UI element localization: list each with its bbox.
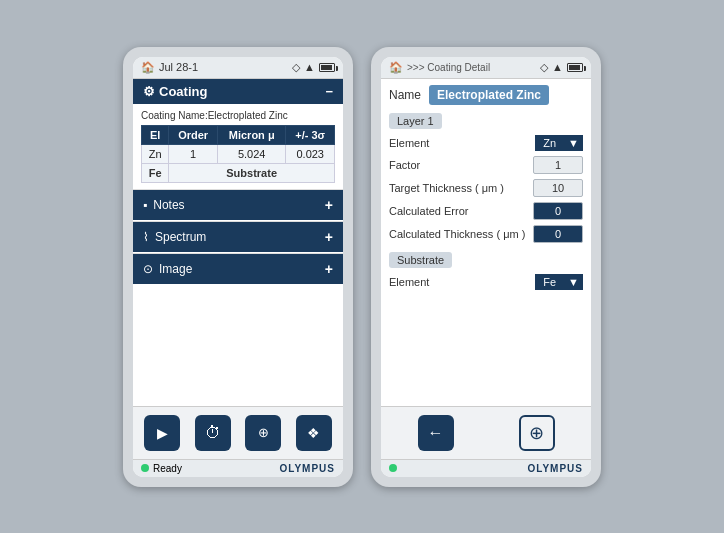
calc-thickness-value: 0: [533, 225, 583, 243]
left-device: 🏠 Jul 28-1 ◇ ▲ ⚙ Coating − Coatin: [123, 47, 353, 487]
notes-icon: ▪: [143, 198, 147, 212]
collapse-minus[interactable]: −: [325, 84, 333, 99]
calc-error-label: Calculated Error: [389, 205, 533, 217]
factor-label: Factor: [389, 159, 533, 171]
name-value[interactable]: Electroplated Zinc: [429, 85, 549, 105]
cell-micron-zn: 5.024: [217, 144, 286, 163]
element-value: Zn: [535, 135, 564, 151]
right-status-bar: OLYMPUS: [381, 459, 591, 477]
col-sigma: +/- 3σ: [286, 125, 335, 144]
image-label: Image: [159, 262, 192, 276]
target-thickness-label: Target Thickness ( μm ): [389, 182, 533, 194]
cell-substrate: Substrate: [169, 163, 335, 182]
substrate-element-label: Element: [389, 276, 535, 288]
spectrum-icon: ⌇: [143, 230, 149, 244]
left-status-bar: Ready OLYMPUS: [133, 459, 343, 477]
ready-label: Ready: [153, 463, 182, 474]
element-label: Element: [389, 137, 535, 149]
coating-table-area: Coating Name:Electroplated Zinc El Order…: [133, 104, 343, 189]
col-order: Order: [169, 125, 218, 144]
element-dropdown-arrow[interactable]: ▼: [564, 135, 583, 151]
back-button[interactable]: ←: [418, 415, 454, 451]
col-el: El: [142, 125, 169, 144]
calc-error-field-row: Calculated Error 0: [389, 202, 583, 220]
coating-section-header[interactable]: ⚙ Coating −: [133, 79, 343, 104]
target-thickness-field-row: Target Thickness ( μm ) 10: [389, 179, 583, 197]
notes-row[interactable]: ▪ Notes +: [133, 189, 343, 220]
right-screen: 🏠 >>> Coating Detail ◇ ▲ Name Electropla…: [381, 57, 591, 477]
search-button[interactable]: ⊕: [245, 415, 281, 451]
notes-label: Notes: [153, 198, 184, 212]
left-bottom-toolbar: ▶ ⏱ ⊕ ❖: [133, 406, 343, 459]
home-icon[interactable]: 🏠: [141, 61, 155, 74]
right-battery-icon: [567, 63, 583, 72]
right-top-bar: 🏠 >>> Coating Detail ◇ ▲: [381, 57, 591, 79]
coating-header-title: Coating: [159, 84, 207, 99]
coating-name-label: Coating Name:Electroplated Zinc: [141, 110, 335, 121]
olympus-brand-right: OLYMPUS: [527, 463, 583, 474]
calc-error-value: 0: [533, 202, 583, 220]
right-home-icon[interactable]: 🏠: [389, 61, 403, 74]
right-diamond-icon: ◇: [540, 61, 548, 74]
layer-label: Layer 1: [389, 113, 442, 129]
cell-el-zn: Zn: [142, 144, 169, 163]
play-button[interactable]: ▶: [144, 415, 180, 451]
spectrum-plus[interactable]: +: [325, 229, 333, 245]
left-top-icons: ◇ ▲: [292, 61, 335, 74]
name-field-label: Name: [389, 88, 421, 102]
calc-thickness-field-row: Calculated Thickness ( μm ) 0: [389, 225, 583, 243]
image-icon: ⊙: [143, 262, 153, 276]
table-header-row: El Order Micron μ +/- 3σ: [142, 125, 335, 144]
notes-plus[interactable]: +: [325, 197, 333, 213]
cell-order-1: 1: [169, 144, 218, 163]
left-top-bar: 🏠 Jul 28-1 ◇ ▲: [133, 57, 343, 79]
right-content: Name Electroplated Zinc Layer 1 Element …: [381, 79, 591, 406]
col-micron: Micron μ: [217, 125, 286, 144]
substrate-label: Substrate: [389, 252, 452, 268]
name-row: Name Electroplated Zinc: [389, 85, 583, 105]
substrate-dropdown-arrow[interactable]: ▼: [564, 274, 583, 290]
factor-value[interactable]: 1: [533, 156, 583, 174]
crosshair-button[interactable]: ⊕: [519, 415, 555, 451]
right-top-icons: ◇ ▲: [540, 61, 583, 74]
calc-thickness-label: Calculated Thickness ( μm ): [389, 228, 533, 240]
substrate-element-dropdown[interactable]: Fe ▼: [535, 274, 583, 290]
target-thickness-value[interactable]: 10: [533, 179, 583, 197]
table-row: Fe Substrate: [142, 163, 335, 182]
diamond-icon: ◇: [292, 61, 300, 74]
spectrum-label: Spectrum: [155, 230, 206, 244]
coating-data-table: El Order Micron μ +/- 3σ Zn 1 5.024 0.02…: [141, 125, 335, 183]
element-dropdown[interactable]: Zn ▼: [535, 135, 583, 151]
timer-button[interactable]: ⏱: [195, 415, 231, 451]
factor-field-row: Factor 1: [389, 156, 583, 174]
battery-icon: [319, 63, 335, 72]
layers-button[interactable]: ❖: [296, 415, 332, 451]
left-top-bar-left: 🏠 Jul 28-1: [141, 61, 198, 74]
right-top-bar-left: 🏠 >>> Coating Detail: [389, 61, 490, 74]
left-screen: 🏠 Jul 28-1 ◇ ▲ ⚙ Coating − Coatin: [133, 57, 343, 477]
image-plus[interactable]: +: [325, 261, 333, 277]
cell-el-fe: Fe: [142, 163, 169, 182]
wifi-icon: ▲: [304, 61, 315, 73]
table-row: Zn 1 5.024 0.023: [142, 144, 335, 163]
right-status-dot: [389, 464, 397, 472]
right-bottom-toolbar: ← ⊕: [381, 406, 591, 459]
substrate-element-value: Fe: [535, 274, 564, 290]
status-dot: [141, 464, 149, 472]
cell-sigma-zn: 0.023: [286, 144, 335, 163]
right-device: 🏠 >>> Coating Detail ◇ ▲ Name Electropla…: [371, 47, 601, 487]
olympus-brand-left: OLYMPUS: [279, 463, 335, 474]
image-row[interactable]: ⊙ Image +: [133, 253, 343, 284]
right-breadcrumb: >>> Coating Detail: [407, 62, 490, 73]
element-field-row: Element Zn ▼: [389, 135, 583, 151]
substrate-element-row: Element Fe ▼: [389, 274, 583, 290]
right-wifi-icon: ▲: [552, 61, 563, 73]
spectrum-row[interactable]: ⌇ Spectrum +: [133, 221, 343, 252]
gear-icon: ⚙: [143, 84, 155, 99]
left-screen-title: Jul 28-1: [159, 61, 198, 73]
